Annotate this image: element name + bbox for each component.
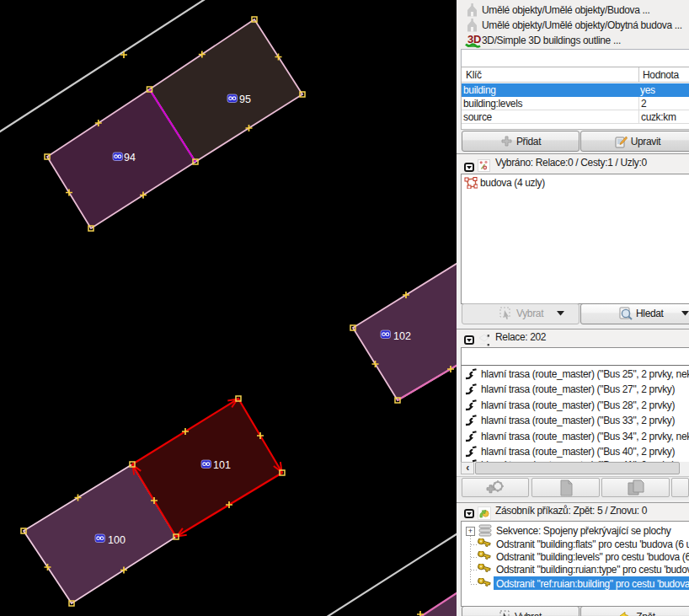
svg-text:94: 94 bbox=[124, 152, 136, 163]
svg-text:100: 100 bbox=[108, 534, 126, 546]
svg-text:102: 102 bbox=[393, 330, 411, 342]
svg-text:101: 101 bbox=[213, 459, 231, 471]
svg-text:95: 95 bbox=[239, 94, 251, 105]
